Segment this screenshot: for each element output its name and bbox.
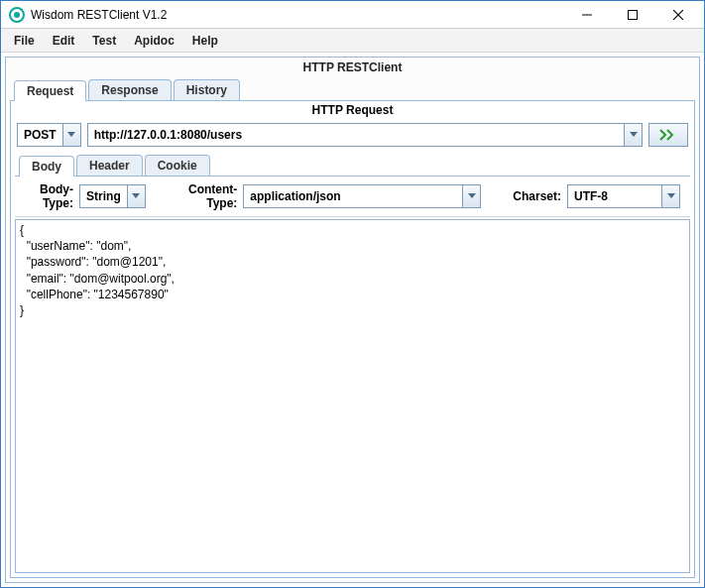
main-tabs: Request Response History (6, 77, 699, 100)
request-body-textarea[interactable] (15, 219, 690, 573)
body-type-label: Body-Type: (25, 182, 73, 210)
chevron-down-icon (127, 185, 145, 207)
app-icon (9, 7, 25, 23)
maximize-button[interactable] (621, 5, 645, 25)
chevron-down-icon (462, 185, 480, 207)
charset-select[interactable]: UTF-8 (567, 184, 680, 208)
request-section-title: HTTP Request (11, 101, 694, 119)
url-row: POST (11, 119, 694, 151)
close-button[interactable] (666, 5, 690, 25)
titlebar: Wisdom RESTClient V1.2 (1, 1, 704, 29)
window-title: Wisdom RESTClient V1.2 (31, 8, 167, 22)
tab-history[interactable]: History (174, 79, 240, 100)
chevron-down-icon (62, 124, 80, 146)
charset-label: Charset: (513, 189, 561, 203)
method-select[interactable]: POST (17, 123, 81, 147)
chevron-down-icon[interactable] (624, 124, 642, 146)
content-type-select[interactable]: application/json (243, 184, 481, 208)
method-value: POST (18, 128, 62, 142)
send-button[interactable] (648, 123, 688, 147)
outer-panel-title: HTTP RESTClient (6, 58, 699, 77)
svg-marker-5 (630, 132, 638, 137)
request-panel: HTTP Request POST (10, 100, 695, 578)
tab-body[interactable]: Body (19, 156, 74, 176)
app-window: Wisdom RESTClient V1.2 File Edit Test Ap… (0, 0, 705, 588)
chevron-down-icon (661, 185, 679, 207)
menu-edit[interactable]: Edit (46, 32, 82, 50)
double-chevron-right-icon (659, 129, 677, 141)
tab-response[interactable]: Response (88, 79, 171, 100)
url-input[interactable] (88, 124, 624, 146)
svg-marker-4 (67, 132, 75, 137)
menu-test[interactable]: Test (85, 32, 123, 50)
menu-file[interactable]: File (7, 32, 42, 50)
tab-request[interactable]: Request (14, 80, 86, 101)
menu-apidoc[interactable]: Apidoc (127, 32, 181, 50)
outer-panel: HTTP RESTClient Request Response History… (5, 57, 700, 583)
minimize-button[interactable] (575, 5, 599, 25)
tab-cookie[interactable]: Cookie (145, 155, 210, 176)
svg-marker-7 (468, 193, 476, 198)
menu-help[interactable]: Help (185, 32, 225, 50)
body-type-select[interactable]: String (79, 184, 146, 208)
svg-marker-8 (667, 193, 675, 198)
body-settings-row: Body-Type: String Content-Type: applicat… (15, 176, 690, 217)
charset-value: UTF-8 (568, 189, 661, 203)
window-controls (575, 5, 700, 25)
url-combo (87, 123, 643, 147)
svg-rect-1 (629, 10, 638, 19)
inner-tabs: Body Header Cookie (11, 151, 694, 176)
tab-header[interactable]: Header (76, 155, 143, 176)
content-type-label: Content-Type: (177, 182, 238, 210)
content-type-value: application/json (244, 189, 462, 203)
body-type-value: String (80, 189, 127, 203)
menubar: File Edit Test Apidoc Help (1, 29, 704, 53)
svg-marker-6 (132, 193, 140, 198)
